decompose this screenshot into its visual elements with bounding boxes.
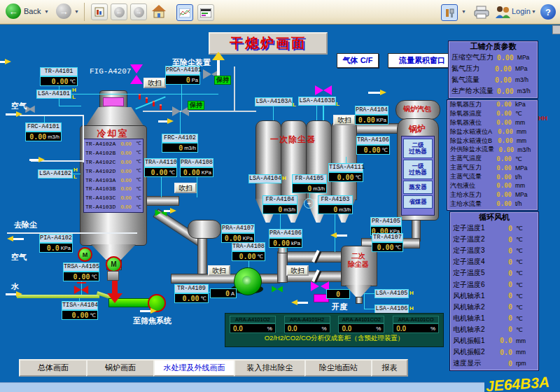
- nav-report[interactable]: 报表: [371, 359, 408, 377]
- switch-LSA-A4102: LSA-A4102: [38, 169, 73, 178]
- analyzer-panel: ARA-A4101O2 0.0% ARA-A4101H2 0.0% ARA-A4…: [225, 313, 444, 347]
- page-forward-icon[interactable]: →: [130, 4, 147, 20]
- signal-line: [273, 106, 274, 120]
- superheater-2-box: 二级过热器: [403, 139, 433, 158]
- spray-nozzle-icon: [160, 104, 162, 110]
- to-dedust-label: 去除尘: [14, 220, 37, 230]
- login-users-icon[interactable]: [494, 6, 512, 19]
- login-label[interactable]: Login: [512, 7, 531, 15]
- instrument-TRA-A4110: TRA-A4110 0.00℃: [144, 158, 177, 177]
- analyzer-caption: O2/H2/CO2/CO分析仪成套柜（含预处理装置）: [225, 333, 443, 343]
- air-line: [83, 115, 84, 162]
- tools-icon[interactable]: [441, 4, 458, 21]
- tower-temp-list: TR-A4102A0.00℃ TR-A4102B0.00℃ TR-A4102C0…: [83, 139, 144, 213]
- panel-row: 风机轴承20℃: [450, 302, 538, 313]
- back-button[interactable]: ←: [6, 4, 21, 19]
- purge-button-1[interactable]: 吹扫: [144, 78, 166, 88]
- home-icon[interactable]: [151, 4, 167, 19]
- flow-accumulate-button[interactable]: 流量累积窗口: [388, 53, 456, 68]
- pump-ammeter[interactable]: 0A: [210, 288, 237, 298]
- level-mark-h: H: [410, 290, 414, 296]
- tools-dropdown-icon[interactable]: ▼: [461, 9, 466, 14]
- purge-button-2[interactable]: 吹扫: [174, 183, 197, 193]
- economizer-box: 省煤器: [403, 195, 433, 209]
- horizontal-scrollbar[interactable]: [0, 382, 484, 392]
- page-back-icon[interactable]: ←: [111, 4, 127, 20]
- motor-1[interactable]: M: [78, 247, 92, 262]
- report-icon[interactable]: [91, 4, 108, 20]
- back-dropdown-icon[interactable]: ▼: [44, 9, 49, 14]
- magenta-valve-top-left[interactable]: [130, 64, 143, 84]
- forward-dropdown-icon[interactable]: ▼: [74, 9, 79, 14]
- instrument-TRSA-A4105: TRSA-A4105 0.00℃: [63, 262, 99, 281]
- tower-temp-row: TR-A4102D0.00℃: [84, 167, 143, 176]
- superheater-1-box: 一级过热器: [403, 160, 433, 179]
- opening-label: 开度: [332, 302, 347, 312]
- panel-row: 外供除盐水流量0.00m3/h: [447, 145, 538, 154]
- signal-line: [161, 176, 162, 197]
- back-icon: ←: [6, 4, 21, 19]
- level-mark-h: H: [74, 167, 78, 173]
- nav-dedust-ground-station[interactable]: 除尘地面站: [304, 359, 372, 377]
- switch-LSA-A4105: LSA-A4105: [374, 289, 409, 298]
- instrument-TR-A4109: TR-A4109 0.00℃: [174, 284, 209, 303]
- nav-water-treatment-screen[interactable]: 水处理及外线画面: [153, 359, 235, 377]
- water-valve[interactable]: [74, 286, 88, 294]
- forward-button[interactable]: →: [56, 4, 71, 19]
- tower-window: [103, 97, 124, 106]
- instrument-TRA-A4108: TRA-A4108 0.00℃: [232, 242, 265, 261]
- instrument-PRCA-A4101: PRCA-A4101 0Pa: [165, 66, 200, 85]
- switch-LSA-A4101: LSA-A4101: [36, 90, 71, 99]
- nav-overall-screen[interactable]: 总体画面: [19, 359, 88, 377]
- trend-chart-icon[interactable]: [176, 4, 193, 21]
- print-icon[interactable]: [473, 6, 490, 19]
- panel-row: 速度显示0rpm: [450, 358, 538, 369]
- purge-button-3[interactable]: 吹扫: [333, 115, 356, 125]
- hold-button-2[interactable]: 保持: [188, 101, 204, 110]
- panel-row: 汽包液位0.00mm: [447, 181, 538, 190]
- air-valve-icon[interactable]: [25, 106, 35, 113]
- instrument-PIA-A4102: PIA-A4102 0.0KPa: [39, 234, 73, 253]
- panel-row: 生产给水流量0.00m3/h: [449, 85, 538, 97]
- purge-button-4[interactable]: 吹扫: [208, 265, 230, 276]
- silo-4: [331, 120, 357, 200]
- green-valve-2[interactable]: [272, 286, 283, 292]
- hold-button-1[interactable]: 保持: [214, 76, 231, 85]
- level-mark-h: H: [72, 87, 76, 93]
- instrument-FRC-A4102: FRC-A4102 0m3/h: [162, 134, 198, 153]
- panel-row: 定子温度20℃: [450, 234, 538, 245]
- panel-row: 氮气流量0.00m3/h: [449, 74, 538, 85]
- duct-to-boiler: [354, 123, 400, 134]
- scrollbar-arrow[interactable]: [552, 25, 560, 34]
- gas-pipe-upper: [278, 251, 344, 262]
- level-mark-l: L: [293, 102, 296, 108]
- magenta-valve-silos[interactable]: [315, 85, 332, 95]
- bar-chart-icon[interactable]: [197, 4, 214, 21]
- panel-row: 风机轴承10℃: [450, 290, 538, 302]
- nav-boiler-screen[interactable]: 锅炉画面: [86, 359, 155, 377]
- motor-2[interactable]: M: [106, 256, 122, 272]
- page-title: 干熄炉画面: [209, 32, 328, 55]
- duct-line: [143, 111, 256, 112]
- panel-title: 循环风机: [450, 212, 538, 223]
- secondary-dc-stub: [356, 297, 363, 304]
- back-label[interactable]: Back: [24, 7, 41, 15]
- nav-charge-discharge-dedust[interactable]: 装入排出除尘: [234, 359, 306, 377]
- level-mark-h: H: [410, 305, 414, 312]
- horizontal-tank: [188, 220, 221, 239]
- purge-button-5[interactable]: 吹扫: [286, 265, 309, 276]
- forward-icon: →: [56, 4, 71, 19]
- tower-temp-row: TR-A4102B0.00℃: [84, 148, 143, 158]
- login-dropdown-icon[interactable]: ▼: [531, 9, 536, 14]
- gray-valve-2[interactable]: [172, 106, 189, 116]
- gas-cf-button[interactable]: 气体 C/F: [337, 53, 379, 68]
- spray-nozzle-icon: [153, 101, 155, 106]
- tower-temp-row: TR-A4102C0.00℃: [84, 158, 143, 167]
- signal-line: [197, 176, 197, 197]
- air-line: [20, 115, 84, 116]
- alarm-hh-flag: HH: [538, 115, 547, 122]
- up-arrow-shaft: [217, 59, 220, 77]
- valve-opening-display[interactable]: 0: [326, 289, 350, 299]
- help-icon[interactable]: ?: [540, 4, 556, 20]
- level-mark-h: H: [282, 175, 286, 181]
